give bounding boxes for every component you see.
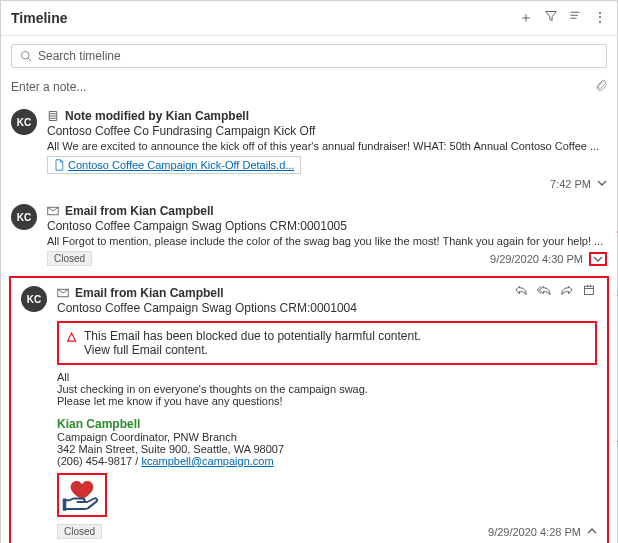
timeline-item-expanded: KC Email from Kian Campbell Contoso Coff… (9, 276, 609, 543)
add-icon[interactable]: ＋ (519, 9, 533, 27)
timestamp: 9/29/2020 4:28 PM (488, 526, 581, 538)
warning-icon: △ (67, 329, 76, 343)
item-subject: Contoso Coffee Co Fundrasing Campaign Ki… (47, 124, 607, 138)
item-subject: Contoso Coffee Campaign Swag Options CRM… (57, 301, 597, 315)
chevron-up-icon[interactable] (587, 525, 597, 539)
attachment[interactable]: Contoso Coffee Campaign Kick-Off Details… (47, 156, 301, 174)
attachment-link[interactable]: Contoso Coffee Campaign Kick-Off Details… (68, 159, 294, 171)
more-icon[interactable]: ⋮ (593, 9, 607, 27)
page-title: Timeline (11, 10, 68, 26)
signature-title: Campaign Coordinator, PNW Branch (57, 431, 597, 443)
item-subject: Contoso Coffee Campaign Swag Options CRM… (47, 219, 607, 233)
svg-point-0 (22, 52, 30, 60)
item-title: Note modified by Kian Campbell (65, 109, 249, 123)
paperclip-icon[interactable] (595, 78, 607, 95)
item-title: Email from Kian Campbell (75, 286, 224, 300)
email-body-line: Please let me know if you have any quest… (57, 395, 597, 407)
signature-name: Kian Campbell (57, 417, 597, 431)
inline-image (57, 473, 107, 517)
hand-heart-icon (61, 477, 103, 513)
signature-email-link[interactable]: kcampbell@campaign.com (141, 455, 273, 467)
search-icon (20, 50, 32, 62)
item-title: Email from Kian Campbell (65, 204, 214, 218)
avatar: KC (11, 204, 37, 230)
signature-contact: (206) 454-9817 / kcampbell@campaign.com (57, 455, 597, 467)
timeline-item[interactable]: KC Note modified by Kian Campbell Contos… (1, 103, 617, 198)
chevron-down-icon[interactable] (589, 252, 607, 266)
signature-address: 342 Main Street, Suite 900, Seattle, WA … (57, 443, 597, 455)
status-badge: Closed (57, 524, 102, 539)
note-entry[interactable]: Enter a note... (11, 80, 86, 94)
avatar: KC (11, 109, 37, 135)
search-input[interactable]: Search timeline (11, 44, 607, 68)
email-body-line: Just checking in on everyone's thoughts … (57, 383, 597, 395)
email-icon (47, 205, 59, 217)
timeline-item[interactable]: KC Email from Kian Campbell Contoso Coff… (1, 198, 617, 274)
filter-icon[interactable] (545, 9, 557, 27)
timestamp: 9/29/2020 4:30 PM (490, 253, 583, 265)
email-body-line: All (57, 371, 597, 383)
blocked-banner: △ This Email has been blocked due to pot… (57, 321, 597, 365)
status-badge: Closed (47, 251, 92, 266)
avatar: KC (21, 286, 47, 312)
item-preview: All Forgot to mention, please include th… (47, 235, 607, 247)
svg-rect-4 (63, 499, 67, 511)
note-icon (47, 110, 59, 122)
sort-icon[interactable] (569, 9, 581, 27)
timestamp: 7:42 PM (550, 178, 591, 190)
view-full-content-link[interactable]: View full Email content. (84, 343, 421, 357)
chevron-down-icon[interactable] (597, 178, 607, 190)
item-preview: All We are excited to announce the kick … (47, 140, 607, 152)
search-placeholder: Search timeline (38, 49, 121, 63)
email-icon (57, 287, 69, 299)
blocked-message: This Email has been blocked due to poten… (84, 329, 421, 343)
